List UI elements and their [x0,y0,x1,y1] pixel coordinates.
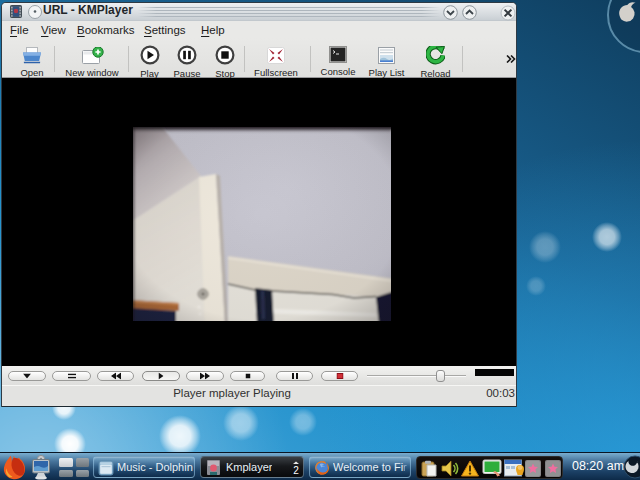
svg-text:2: 2 [293,465,299,476]
